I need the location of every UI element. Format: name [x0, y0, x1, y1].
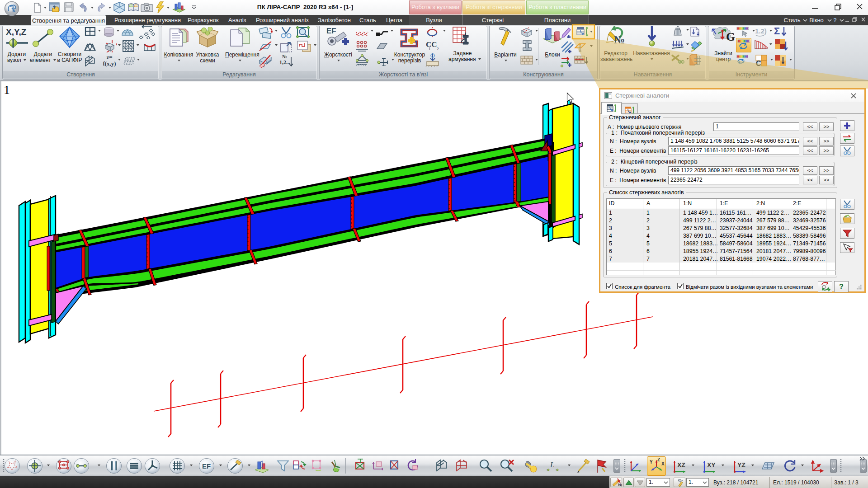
svg-text:XZ: XZ: [677, 461, 685, 469]
svg-text:Y: Y: [650, 460, 653, 465]
svg-text:X: X: [661, 461, 665, 466]
svg-text:EF: EF: [202, 462, 211, 470]
svg-text:№: №: [618, 483, 622, 487]
svg-text:L: L: [550, 460, 554, 469]
svg-text:XY: XY: [707, 461, 716, 469]
svg-text:YZ: YZ: [737, 461, 745, 469]
svg-text:Z: Z: [657, 457, 660, 462]
